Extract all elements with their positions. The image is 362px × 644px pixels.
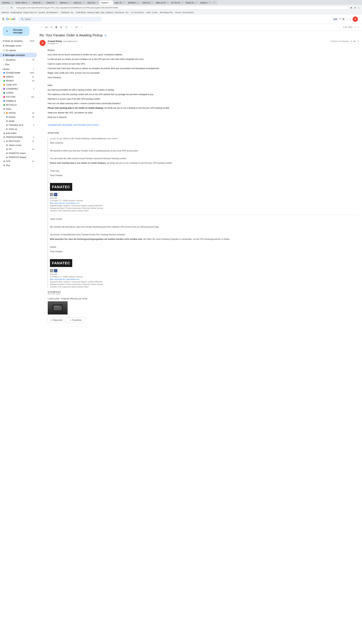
labels-add-icon[interactable]: +	[33, 68, 34, 70]
tab-8[interactable]: Reglage b... ×	[99, 1, 113, 5]
next-thread-button[interactable]: ›	[357, 25, 359, 29]
back-button[interactable]: ←	[1, 6, 5, 10]
more-email-actions-button[interactable]: ⋮	[357, 40, 359, 42]
tab-9-close[interactable]: ×	[124, 2, 125, 4]
sidebar-item-drafts[interactable]: 📄 Brouillons 78	[0, 57, 37, 62]
sidebar-item-sent[interactable]: ➤ Messages envoyés	[0, 53, 37, 57]
bookmark-15[interactable]: Accueil	[175, 12, 181, 14]
address-bar[interactable]: mail.google.com/mail/u/0/#sent/CXQLgCCTK…	[14, 6, 349, 10]
sender-link[interactable]: arnaud@ranty.fr	[48, 291, 61, 293]
tab-3-close[interactable]: ×	[42, 2, 43, 4]
tab-4[interactable]: Clavier Gil... ×	[45, 1, 58, 5]
tab-6-close[interactable]: ×	[83, 2, 84, 4]
company-web-link-1[interactable]: Web: www.endor.de | www.fanatec.com	[50, 202, 79, 204]
forward-button[interactable]: →	[6, 6, 9, 10]
reload-button[interactable]: ↻	[10, 6, 13, 10]
tab-13-close[interactable]: ×	[182, 2, 183, 4]
mark-unread-button[interactable]: ✉	[59, 25, 63, 29]
tab-12-close[interactable]: ×	[167, 2, 168, 4]
bookmark-8[interactable]: eedesmuc Signe	[87, 12, 100, 14]
tab-14[interactable]: Deeply Tec... ×	[185, 1, 198, 5]
bookmark-10[interactable]: eedesmuc	[106, 12, 113, 14]
prev-thread-button[interactable]: ‹	[354, 25, 356, 29]
label-gmail-corbeille[interactable]: [Gmail]Corbeille 19/04	[0, 71, 37, 75]
collapse-icon-perso[interactable]: ▼	[3, 112, 5, 114]
label-professionnel[interactable]: PROFESSIONNEL 6	[0, 135, 37, 139]
label-famille[interactable]: famille	[0, 119, 37, 123]
move-button[interactable]: →	[70, 25, 73, 29]
deepl-link[interactable]: Translated with www.DeepL.com/Translator…	[48, 124, 99, 126]
label-randstat-chalon[interactable]: RANDSTAT chalon	[0, 151, 37, 155]
bookmark-1[interactable]: eedesmuc	[1, 12, 9, 14]
attachment-thumbnail[interactable]	[48, 301, 68, 314]
label-plus[interactable]: Plus	[0, 163, 37, 167]
back-to-list-button[interactable]: ←	[39, 25, 43, 29]
sidebar-item-more[interactable]: ⌄ Plus	[0, 62, 37, 67]
tab-7[interactable]: clavier tho... ×	[86, 1, 99, 5]
tab-11-close[interactable]: ×	[152, 2, 153, 4]
tab-10-close[interactable]: ×	[138, 2, 139, 4]
label-sixths-up[interactable]: Sixths up	[0, 127, 37, 131]
tab-5-close[interactable]: ×	[70, 2, 71, 4]
bookmark-7[interactable]: Crédit Mutuel	[76, 12, 86, 14]
spam-button[interactable]: ⚠	[50, 25, 53, 29]
forward-button-action[interactable]: ↪ Transférer	[67, 317, 85, 323]
sidebar-item-inbox[interactable]: ✉ Boîte de réception 15/49	[0, 38, 37, 43]
bookmark-14[interactable]: Mon Espace Clie...	[160, 12, 174, 14]
label-federation-tir[interactable]: Fédération de tir 5	[0, 123, 37, 127]
tab-5[interactable]: Optimius o... ×	[58, 1, 72, 5]
bookmark-12[interactable]: Do You Know Do...	[131, 12, 145, 14]
tab-2-close[interactable]: ×	[29, 2, 30, 4]
label-perso[interactable]: ▼ PERSO 20	[0, 111, 37, 115]
tab-1[interactable]: eedesmuc... ×	[1, 1, 14, 5]
tab-11[interactable]: Orders (1)... ×	[141, 1, 154, 5]
label-code-site[interactable]: CODE SITE	[0, 83, 37, 87]
collapse-icon-bouygues[interactable]: ▼	[3, 140, 5, 142]
help-button[interactable]: ?	[339, 18, 341, 21]
label-conneries[interactable]: CONNERIES 2	[0, 87, 37, 91]
email-social-icon-1[interactable]: ✉	[50, 193, 53, 196]
label-mutuelle[interactable]: MUTUELLE	[0, 103, 37, 107]
label-notes[interactable]: Notes	[0, 107, 37, 111]
label-copro[interactable]: COPRO	[0, 91, 37, 95]
more-actions-button[interactable]: ⋮	[80, 25, 83, 29]
tab-4-close[interactable]: ×	[56, 2, 57, 4]
hamburger-menu-button[interactable]: ☰	[2, 17, 5, 21]
label-randstat-ladayet[interactable]: RANDSTAT ladayet	[0, 155, 37, 159]
label-pole-emploi[interactable]: pole emploi	[0, 131, 37, 135]
bookmark-16[interactable]: Tous les favoris	[182, 12, 194, 14]
star-button[interactable]: ☆	[350, 40, 352, 42]
bookmark-2[interactable]: Google Agenda	[10, 12, 22, 14]
label-annick[interactable]: ANNICK 51	[0, 75, 37, 79]
reply-button[interactable]: ↩ Répondre	[48, 317, 65, 323]
reply-quick-button[interactable]: ↩	[354, 40, 356, 42]
tab-14-close[interactable]: ×	[196, 2, 197, 4]
account-avatar[interactable]: A	[353, 16, 358, 22]
label-alstom[interactable]: Alstom ornans	[0, 143, 37, 147]
compose-button[interactable]: ✎ Nouveau message	[3, 26, 29, 36]
bookmark-3[interactable]: Espace Client 141	[23, 12, 37, 14]
bookmark-4[interactable]: Soe fibre	[38, 12, 45, 14]
settings-button[interactable]: ⚙	[342, 18, 345, 21]
label-fo[interactable]: FO 34	[0, 147, 37, 151]
search-box[interactable]: 🔍	[18, 17, 102, 22]
label-button[interactable]: 🏷	[75, 25, 78, 29]
extensions-button[interactable]: ▾	[354, 6, 356, 10]
email-social-icon-2[interactable]: ✉	[50, 269, 53, 272]
bookmark-6[interactable]: Dashboard - Jav...	[61, 12, 75, 14]
tab-6[interactable]: clavier sic... ×	[72, 1, 86, 5]
tab-9[interactable]: Imgur: Th... ×	[113, 1, 126, 5]
delete-button[interactable]: 🗑	[54, 25, 58, 29]
search-icon[interactable]: 🔍	[21, 18, 24, 20]
bookmark-11[interactable]: Gras Savoye - Ext...	[115, 12, 130, 14]
apps-button[interactable]: ⋮⋮	[346, 18, 351, 21]
bookmark-button[interactable]: ★	[350, 6, 353, 10]
tab-15[interactable]: Update to... ×	[199, 1, 212, 5]
tab-15-close[interactable]: ×	[209, 2, 210, 4]
sidebar-item-starred[interactable]: ★ Messages suivis	[0, 43, 37, 48]
archive-button[interactable]: 🗃	[44, 25, 48, 29]
tab-2[interactable]: Gmail - Boite d... ×	[14, 1, 31, 5]
menu-button[interactable]: ⋮	[357, 6, 361, 10]
bookmark-5[interactable]: My Dashboard -...	[46, 12, 59, 14]
company-web-link-2[interactable]: Web: www.endor.de | www.fanatec.com	[50, 278, 79, 280]
